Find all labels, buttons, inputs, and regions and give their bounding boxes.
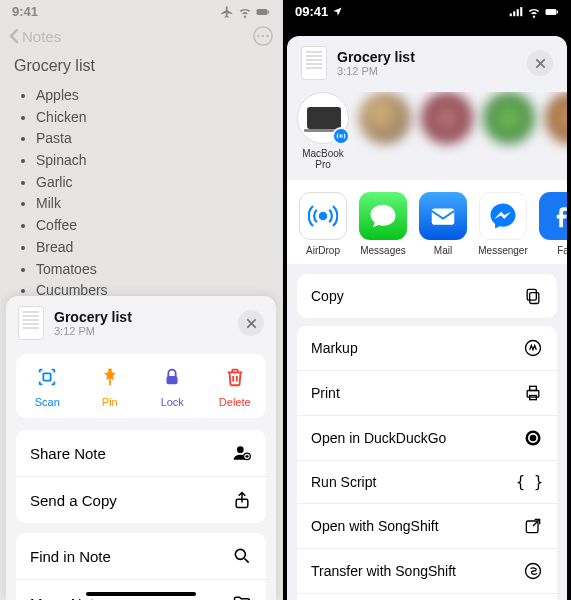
svg-point-9 xyxy=(237,446,244,453)
search-icon xyxy=(232,546,252,566)
app-messages[interactable]: Messages xyxy=(357,192,409,256)
share-sheet: Grocery list 3:12 PM MacBook Pro xyxy=(287,36,567,600)
transfer-songshift-button[interactable]: Transfer with SongShift xyxy=(297,548,557,593)
sheet-subtitle: 3:12 PM xyxy=(337,65,517,77)
svg-rect-18 xyxy=(546,9,557,15)
sheet-subtitle: 3:12 PM xyxy=(54,325,228,337)
contact-blurred[interactable] xyxy=(483,92,535,170)
svg-rect-19 xyxy=(557,10,558,13)
contact-blurred[interactable] xyxy=(421,92,473,170)
delete-label: Delete xyxy=(204,396,267,408)
markup-label: Markup xyxy=(311,340,358,356)
move-note-button[interactable]: Move Note xyxy=(16,579,266,600)
contact-avatar xyxy=(545,92,567,144)
script-label: Run Script xyxy=(311,474,376,490)
svg-point-31 xyxy=(530,435,537,442)
share-apps: AirDrop Messages Mail Messenger xyxy=(287,180,567,264)
messages-icon xyxy=(359,192,407,240)
menu-group-edit: Find in Note Move Note Lines & Grids xyxy=(16,533,266,600)
person-add-icon xyxy=(232,443,252,463)
close-button[interactable] xyxy=(238,310,264,336)
open-ss-label: Open with SongShift xyxy=(311,518,439,534)
svg-point-21 xyxy=(320,213,326,219)
close-button[interactable] xyxy=(527,50,553,76)
svg-point-20 xyxy=(340,135,343,138)
open-in-icon xyxy=(523,516,543,536)
send-copy-button[interactable]: Send a Copy xyxy=(16,476,266,523)
svg-rect-6 xyxy=(44,373,51,380)
home-indicator[interactable] xyxy=(86,592,196,596)
share-note-button[interactable]: Share Note xyxy=(16,430,266,476)
svg-rect-27 xyxy=(530,386,537,390)
pin-button[interactable]: Pin xyxy=(79,354,142,418)
app-messenger[interactable]: Messenger xyxy=(477,192,529,256)
contact-label: MacBook Pro xyxy=(302,148,344,170)
location-icon xyxy=(332,6,343,17)
contact-avatar xyxy=(359,92,411,144)
sheet-title: Grocery list xyxy=(337,49,517,65)
svg-rect-22 xyxy=(432,209,455,225)
app-label: Mail xyxy=(434,245,452,256)
print-button[interactable]: Print xyxy=(297,370,557,415)
airdrop-contacts: MacBook Pro xyxy=(287,92,567,170)
send-copy-label: Send a Copy xyxy=(30,492,117,509)
contact-avatar xyxy=(297,92,349,144)
app-label: Messages xyxy=(360,245,406,256)
sheet-header: Grocery list 3:12 PM xyxy=(6,296,276,350)
svg-rect-17 xyxy=(520,7,522,16)
app-label: Messenger xyxy=(478,245,527,256)
wifi-icon xyxy=(527,5,541,19)
copy-icon xyxy=(523,286,543,306)
delete-button[interactable]: Delete xyxy=(204,354,267,418)
open-duckduckgo-button[interactable]: Open in DuckDuckGo xyxy=(297,415,557,460)
airdrop-badge-icon xyxy=(332,127,350,145)
contact-avatar xyxy=(421,92,473,144)
share-note-label: Share Note xyxy=(30,445,106,462)
svg-rect-23 xyxy=(530,293,539,304)
svg-rect-7 xyxy=(109,378,111,385)
close-icon xyxy=(246,318,257,329)
svg-rect-8 xyxy=(167,376,178,384)
status-time: 09:41 xyxy=(295,4,343,19)
close-icon xyxy=(535,58,546,69)
sheet-header: Grocery list 3:12 PM xyxy=(287,36,567,90)
trash-icon xyxy=(224,366,246,388)
contact-blurred[interactable] xyxy=(545,92,567,170)
svg-rect-24 xyxy=(527,289,536,300)
svg-rect-14 xyxy=(510,13,512,16)
app-facebook[interactable]: Fa xyxy=(537,192,567,256)
open-songshift-button[interactable]: Open with SongShift xyxy=(297,503,557,548)
lock-icon xyxy=(161,366,183,388)
menu-group-share: Share Note Send a Copy xyxy=(16,430,266,523)
lock-button[interactable]: Lock xyxy=(141,354,204,418)
sheet-title: Grocery list xyxy=(54,309,228,325)
save-pocket-button[interactable]: Save to Pocket xyxy=(297,593,557,600)
scan-icon xyxy=(36,366,58,388)
svg-rect-15 xyxy=(513,11,515,16)
run-script-button[interactable]: Run Script { } xyxy=(297,460,557,503)
lock-label: Lock xyxy=(141,396,204,408)
app-airdrop[interactable]: AirDrop xyxy=(297,192,349,256)
contact-macbook[interactable]: MacBook Pro xyxy=(297,92,349,170)
app-mail[interactable]: Mail xyxy=(417,192,469,256)
copy-label: Copy xyxy=(311,288,344,304)
share-actions: Copy Markup Print Open in DuckDuckGo xyxy=(287,264,567,600)
markup-button[interactable]: Markup xyxy=(297,326,557,370)
songshift-icon xyxy=(523,561,543,581)
messenger-icon xyxy=(479,192,527,240)
contact-blurred[interactable] xyxy=(359,92,411,170)
copy-button[interactable]: Copy xyxy=(297,274,557,318)
status-icons xyxy=(509,5,559,19)
facebook-icon xyxy=(539,192,567,240)
printer-icon xyxy=(523,383,543,403)
duckduckgo-icon xyxy=(523,428,543,448)
app-label: Fa xyxy=(557,245,567,256)
scan-label: Scan xyxy=(16,396,79,408)
folder-icon xyxy=(232,593,252,600)
svg-point-12 xyxy=(235,549,245,559)
quick-actions: Scan Pin Lock Delete xyxy=(16,354,266,418)
find-in-note-button[interactable]: Find in Note xyxy=(16,533,266,579)
scan-button[interactable]: Scan xyxy=(16,354,79,418)
markup-icon xyxy=(523,338,543,358)
share-icon xyxy=(232,490,252,510)
